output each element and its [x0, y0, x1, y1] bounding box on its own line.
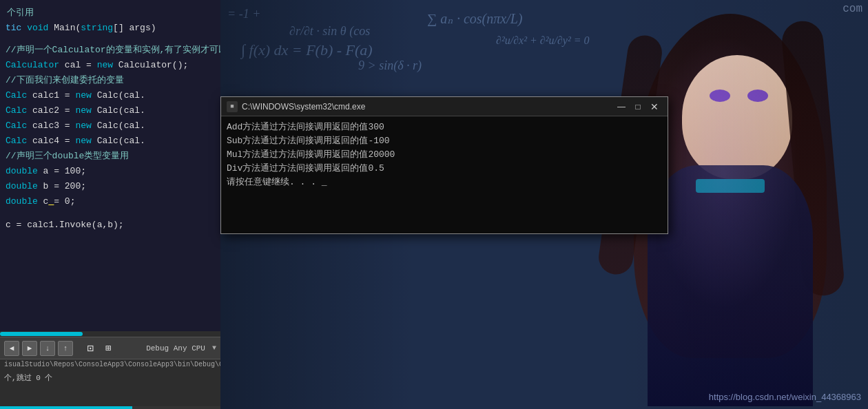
math-symbol-5: ∑ aₙ · cos(nπx/L) [427, 10, 522, 27]
cmd-window-icon: ■ [227, 101, 238, 112]
code-comment-1: //声明一个Calculator的变量和实例,有了实例才可以访问这个实例方法 [6, 43, 220, 58]
cmd-line-3: Mul方法通过方法间接调用返回的值20000 [227, 148, 662, 162]
math-symbol-3: ∫ f(x) dx = F(b) - F(a) [241, 41, 373, 59]
cmd-maximize-button[interactable]: □ [630, 100, 645, 114]
code-scrollbar[interactable] [0, 331, 220, 337]
cmd-controls: — □ ✕ [614, 100, 662, 114]
progress-bar-bg [0, 406, 220, 409]
cpu-dropdown[interactable]: ▼ [212, 344, 216, 352]
math-symbol-4: 9 > sin(δ · r) [358, 59, 422, 73]
cmd-title: C:\WINDOWS\system32\cmd.exe [242, 102, 610, 112]
toolbar-path: isualStudio\Repos\ConsoleApp3\ConsoleApp… [0, 359, 220, 370]
code-blank-2 [6, 209, 220, 218]
code-line-double-c: double c_= 0; [6, 194, 220, 209]
cmd-minimize-button[interactable]: — [614, 100, 629, 114]
toolbar-btn-step-out[interactable]: ↑ [58, 341, 73, 356]
math-symbol-6: ∂²u/∂x² + ∂²u/∂y² = 0 [496, 34, 590, 47]
code-scrollbar-thumb[interactable] [0, 332, 83, 336]
toolbar-btn-arrow-right[interactable]: ▶ [22, 341, 37, 356]
code-line-double-b: double b = 200; [6, 179, 220, 194]
toolbar-btn-watch[interactable]: ⊞ [101, 341, 116, 356]
code-comment-3: //声明三个double类型变量用 [6, 149, 220, 164]
toolbar-btn-arrow-left[interactable]: ◀ [4, 341, 19, 356]
progress-bar-fill [0, 406, 132, 409]
math-symbol-1: = -1 + [227, 7, 260, 21]
code-line-calc1: Calc calc1 = new Calc(cal. [6, 88, 220, 103]
code-line-double-a: double a = 100; [6, 164, 220, 179]
cmd-line-1: Add方法通过方法间接调用返回的值300 [227, 120, 662, 134]
bottom-toolbar: ◀ ▶ ↓ ↑ ⊡ ⊞ Debug Any CPU ▼ isualStudio\… [0, 337, 220, 409]
code-top-label: 个引用 [6, 6, 220, 21]
math-symbol-2: ∂r/∂t · sin θ (cos [289, 24, 370, 39]
cmd-line-4: Div方法通过方法间接调用返回的值0.5 [227, 162, 662, 176]
code-line-calc4: Calc calc4 = new Calc(cal. [6, 134, 220, 149]
code-comment-2: //下面我们来创建委托的变量 [6, 73, 220, 88]
code-line-invoke: c = calc1.Invoke(a,b); [6, 218, 220, 233]
code-blank-1 [6, 36, 220, 43]
toolbar-buttons-row: ◀ ▶ ↓ ↑ ⊡ ⊞ Debug Any CPU ▼ [0, 337, 220, 359]
code-editor: 个引用 tic void Main(string[] args) //声明一个C… [0, 0, 220, 337]
toolbar-status: 个,跳过 0 个 [0, 370, 220, 386]
cmd-line-2: Sub方法通过方法间接调用返回的值-100 [227, 134, 662, 148]
toolbar-btn-step-in[interactable]: ↓ [40, 341, 55, 356]
cmd-titlebar: ■ C:\WINDOWS\system32\cmd.exe — □ ✕ [221, 97, 668, 116]
cmd-close-button[interactable]: ✕ [647, 100, 662, 114]
cmd-line-5: 请按任意键继续. . . _ [227, 176, 662, 189]
top-right-text: com [837, 0, 868, 18]
debug-label: Debug Any CPU [146, 344, 205, 353]
code-line-calc: Calculator cal = new Calculator(); [6, 58, 220, 73]
code-line-calc2: Calc calc2 = new Calc(cal. [6, 103, 220, 118]
cmd-output: Add方法通过方法间接调用返回的值300 Sub方法通过方法间接调用返回的值-1… [221, 116, 668, 233]
code-line-1: tic void Main(string[] args) [6, 21, 220, 36]
cmd-window[interactable]: ■ C:\WINDOWS\system32\cmd.exe — □ ✕ Add方… [220, 96, 668, 234]
toolbar-btn-breakpoint[interactable]: ⊡ [83, 341, 98, 356]
watermark: https://blog.csdn.net/weixin_44368963 [709, 392, 861, 402]
code-line-calc3: Calc calc3 = new Calc(cal. [6, 118, 220, 134]
